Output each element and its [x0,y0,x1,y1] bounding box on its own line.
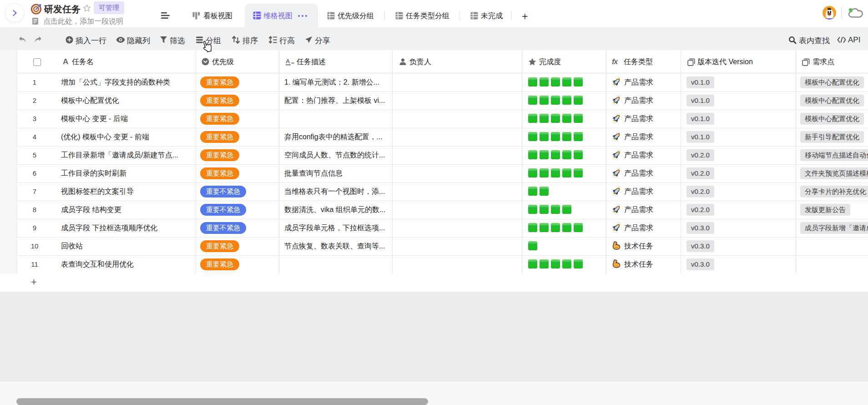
svg-text:A: A [286,58,290,65]
